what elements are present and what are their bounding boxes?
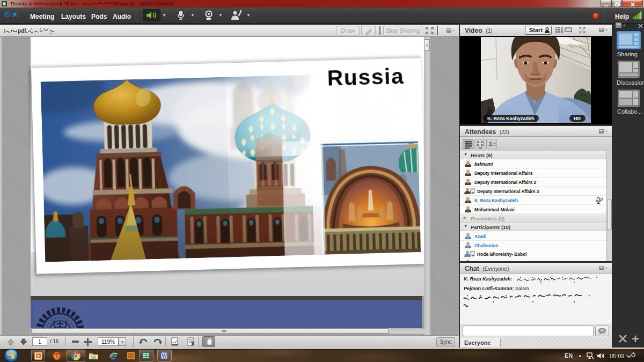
svg-text:K. Reza Kashyzadeh: K. Reza Kashyzadeh — [487, 116, 535, 121]
svg-text:pdf.: pdf. — [18, 28, 28, 34]
svg-text:HD: HD — [574, 116, 581, 121]
svg-text:W: W — [162, 353, 167, 359]
